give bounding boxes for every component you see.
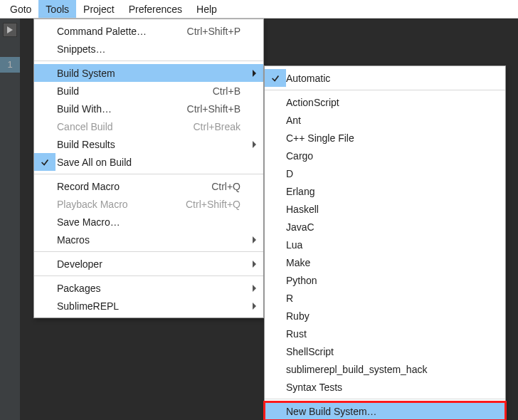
menu-item-label: Erlang [286,186,487,197]
menu-item-label: Build Results [56,139,166,150]
menu-item-label: JavaC [286,221,487,233]
menu-item-label: ShellScript [286,346,487,357]
menu-item-rust[interactable]: Rust [265,325,505,342]
menu-tools[interactable]: Tools [38,0,76,18]
menu-item-label: Build [56,85,166,97]
menu-item-label: Haskell [286,204,487,215]
menu-item-ruby[interactable]: Ruby [265,307,505,325]
menu-item-actionscript[interactable]: ActionScript [265,93,505,111]
checkmark-icon [40,157,50,167]
menu-item-label: Snippets… [56,43,166,55]
menu-item-accelerator: Ctrl+B [166,85,245,97]
menu-item-label: Developer [56,258,166,270]
menu-item-label: D [286,168,487,179]
menu-item-label: SublimeREPL [56,300,166,312]
menu-item-sublimerepl[interactable]: SublimeREPL [34,297,263,315]
menu-item-build-results[interactable]: Build Results [34,135,263,153]
menu-item-save-macro[interactable]: Save Macro… [34,213,263,231]
menu-item-haskell[interactable]: Haskell [265,200,505,218]
menu-item-erlang[interactable]: Erlang [265,182,505,200]
menu-item-label: Ant [286,115,487,126]
menu-separator [34,251,263,252]
checked-indicator [34,153,56,171]
menu-item-syntax-tests[interactable]: Syntax Tests [265,378,505,396]
menu-item-label: New Build System… [286,406,487,417]
menu-item-snippets[interactable]: Snippets… [34,40,263,58]
build-system-submenu: AutomaticActionScriptAntC++ Single FileC… [264,65,506,420]
menu-item-label: Save Macro… [56,216,166,228]
menu-item-label: Macros [56,234,166,246]
menu-item-new-build-system[interactable]: New Build System… [265,402,505,420]
play-icon [6,26,14,33]
menu-item-ant[interactable]: Ant [265,111,505,129]
checked-indicator [265,69,286,87]
menu-separator [34,275,263,276]
menu-item-build-system[interactable]: Build System [34,64,263,82]
gutter [0,19,20,420]
menu-separator [34,174,263,174]
menu-item-label: Python [286,275,487,286]
menu-item-accelerator: Ctrl+Q [166,181,245,192]
menu-item-build-with[interactable]: Build With…Ctrl+Shift+B [34,100,263,117]
menu-item-sublimerepl-build-system-hack[interactable]: sublimerepl_build_system_hack [265,360,505,378]
menu-item-label: Packages [56,283,166,294]
menu-item-label: ActionScript [286,97,487,108]
menu-item-c-single-file[interactable]: C++ Single File [265,129,505,147]
menu-item-record-macro[interactable]: Record MacroCtrl+Q [34,177,263,195]
line-number: 1 [0,57,20,73]
menu-item-accelerator: Ctrl+Shift+B [166,103,245,115]
menu-item-label: Ruby [286,310,487,322]
menu-item-developer[interactable]: Developer [34,255,263,273]
menu-item-save-all-on-build[interactable]: Save All on Build [34,153,263,171]
menu-separator [265,399,505,399]
menu-item-label: Lua [286,239,487,251]
menu-item-label: Automatic [286,73,487,84]
menu-item-macros[interactable]: Macros [34,231,263,248]
menu-help[interactable]: Help [189,0,224,18]
menu-item-accelerator: Ctrl+Shift+P [166,26,245,37]
menu-item-packages[interactable]: Packages [34,279,263,297]
menu-item-command-palette[interactable]: Command Palette…Ctrl+Shift+P [34,22,263,40]
menu-item-automatic[interactable]: Automatic [265,69,505,87]
checkmark-icon [270,73,280,83]
menu-item-label: Build With… [56,103,166,115]
menu-item-lua[interactable]: Lua [265,236,505,253]
menu-item-accelerator: Ctrl+Break [166,121,245,132]
menu-item-label: R [286,293,487,304]
menu-separator [34,61,263,61]
menu-item-cancel-build: Cancel BuildCtrl+Break [34,117,263,135]
menu-item-label: Record Macro [56,181,166,192]
menu-item-label: Rust [286,328,487,340]
menu-item-cargo[interactable]: Cargo [265,147,505,164]
menu-item-label: sublimerepl_build_system_hack [286,364,487,375]
menu-item-build[interactable]: BuildCtrl+B [34,82,263,100]
menu-item-shellscript[interactable]: ShellScript [265,342,505,360]
run-button[interactable] [3,23,17,37]
menu-item-r[interactable]: R [265,289,505,307]
menu-item-label: Make [286,257,487,268]
menu-preferences[interactable]: Preferences [122,0,189,18]
menu-item-d[interactable]: D [265,164,505,182]
menu-item-label: Build System [56,68,166,79]
menu-item-label: Cancel Build [56,121,166,132]
menu-item-accelerator: Ctrl+Shift+Q [166,199,245,210]
menu-item-label: C++ Single File [286,132,487,144]
menu-separator [265,90,505,90]
menu-item-label: Cargo [286,150,487,162]
menu-item-javac[interactable]: JavaC [265,218,505,236]
menu-item-label: Command Palette… [56,26,166,37]
menu-item-playback-macro: Playback MacroCtrl+Shift+Q [34,195,263,213]
menu-item-label: Playback Macro [56,199,166,210]
menu-item-label: Syntax Tests [286,382,487,393]
menu-project[interactable]: Project [76,0,122,18]
menu-goto[interactable]: Goto [3,0,38,18]
menu-item-make[interactable]: Make [265,253,505,271]
menu-item-label: Save All on Build [56,157,166,168]
menubar: GotoToolsProjectPreferencesHelp [0,0,518,19]
tools-menu: Command Palette…Ctrl+Shift+PSnippets…Bui… [33,19,264,318]
menu-item-python[interactable]: Python [265,271,505,289]
